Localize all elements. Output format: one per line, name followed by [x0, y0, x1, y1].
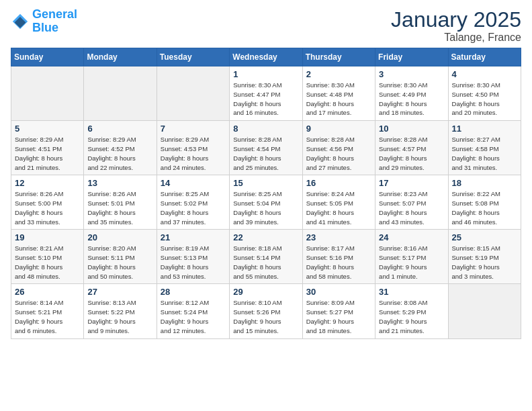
calendar-table: SundayMondayTuesdayWednesdayThursdayFrid… [11, 48, 521, 338]
logo-icon [11, 12, 30, 31]
day-number: 28 [161, 287, 226, 297]
day-info: Sunrise: 8:12 AM Sunset: 5:24 PM Dayligh… [161, 298, 226, 335]
day-number: 11 [452, 124, 517, 134]
day-number: 5 [15, 124, 80, 134]
day-info: Sunrise: 8:08 AM Sunset: 5:29 PM Dayligh… [379, 298, 444, 335]
calendar-cell: 15Sunrise: 8:25 AM Sunset: 5:04 PM Dayli… [230, 175, 302, 230]
calendar-cell: 29Sunrise: 8:10 AM Sunset: 5:26 PM Dayli… [230, 284, 302, 338]
day-number: 29 [233, 287, 298, 297]
day-info: Sunrise: 8:29 AM Sunset: 4:51 PM Dayligh… [15, 135, 80, 172]
calendar-cell: 19Sunrise: 8:21 AM Sunset: 5:10 PM Dayli… [11, 230, 84, 284]
calendar-week-row: 26Sunrise: 8:14 AM Sunset: 5:21 PM Dayli… [11, 284, 521, 338]
calendar-cell: 9Sunrise: 8:28 AM Sunset: 4:56 PM Daylig… [302, 121, 375, 175]
calendar-cell: 5Sunrise: 8:29 AM Sunset: 4:51 PM Daylig… [11, 121, 84, 175]
day-number: 31 [379, 287, 444, 297]
day-info: Sunrise: 8:29 AM Sunset: 4:53 PM Dayligh… [161, 135, 226, 172]
day-info: Sunrise: 8:16 AM Sunset: 5:17 PM Dayligh… [379, 244, 444, 281]
day-info: Sunrise: 8:26 AM Sunset: 5:00 PM Dayligh… [15, 189, 80, 226]
day-number: 16 [306, 178, 371, 188]
calendar-cell: 3Sunrise: 8:30 AM Sunset: 4:49 PM Daylig… [375, 66, 448, 121]
calendar-cell: 18Sunrise: 8:22 AM Sunset: 5:08 PM Dayli… [448, 175, 521, 230]
day-number: 27 [87, 287, 152, 297]
day-info: Sunrise: 8:17 AM Sunset: 5:16 PM Dayligh… [306, 244, 371, 281]
day-header-sunday: Sunday [11, 48, 84, 66]
day-info: Sunrise: 8:22 AM Sunset: 5:08 PM Dayligh… [452, 189, 517, 226]
calendar-subtitle: Talange, France [391, 32, 521, 44]
day-info: Sunrise: 8:14 AM Sunset: 5:21 PM Dayligh… [15, 298, 80, 335]
day-info: Sunrise: 8:30 AM Sunset: 4:49 PM Dayligh… [379, 81, 444, 118]
day-info: Sunrise: 8:28 AM Sunset: 4:54 PM Dayligh… [233, 135, 298, 172]
calendar-week-row: 1Sunrise: 8:30 AM Sunset: 4:47 PM Daylig… [11, 66, 521, 121]
day-info: Sunrise: 8:18 AM Sunset: 5:14 PM Dayligh… [233, 244, 298, 281]
day-number: 23 [306, 232, 371, 242]
day-number: 21 [161, 232, 226, 242]
day-info: Sunrise: 8:23 AM Sunset: 5:07 PM Dayligh… [379, 189, 444, 226]
day-number: 13 [87, 178, 152, 188]
day-info: Sunrise: 8:27 AM Sunset: 4:58 PM Dayligh… [452, 135, 517, 172]
day-info: Sunrise: 8:30 AM Sunset: 4:47 PM Dayligh… [233, 81, 298, 118]
day-info: Sunrise: 8:13 AM Sunset: 5:22 PM Dayligh… [87, 298, 152, 335]
calendar-cell [448, 284, 521, 338]
day-info: Sunrise: 8:28 AM Sunset: 4:56 PM Dayligh… [306, 135, 371, 172]
day-number: 24 [379, 232, 444, 242]
day-header-saturday: Saturday [448, 48, 521, 66]
day-number: 3 [379, 69, 444, 79]
day-info: Sunrise: 8:21 AM Sunset: 5:10 PM Dayligh… [15, 244, 80, 281]
calendar-title: January 2025 [391, 8, 521, 32]
day-number: 15 [233, 178, 298, 188]
day-info: Sunrise: 8:09 AM Sunset: 5:27 PM Dayligh… [306, 298, 371, 335]
calendar-cell: 17Sunrise: 8:23 AM Sunset: 5:07 PM Dayli… [375, 175, 448, 230]
calendar-cell: 7Sunrise: 8:29 AM Sunset: 4:53 PM Daylig… [157, 121, 229, 175]
calendar-cell: 11Sunrise: 8:27 AM Sunset: 4:58 PM Dayli… [448, 121, 521, 175]
calendar-cell [84, 66, 157, 121]
calendar-cell: 20Sunrise: 8:20 AM Sunset: 5:11 PM Dayli… [84, 230, 157, 284]
calendar-cell: 30Sunrise: 8:09 AM Sunset: 5:27 PM Dayli… [302, 284, 375, 338]
page: General Blue January 2025 Talange, Franc… [0, 0, 532, 411]
calendar-cell: 1Sunrise: 8:30 AM Sunset: 4:47 PM Daylig… [230, 66, 302, 121]
calendar-cell: 27Sunrise: 8:13 AM Sunset: 5:22 PM Dayli… [84, 284, 157, 338]
logo-text: General Blue [32, 8, 77, 35]
day-number: 25 [452, 232, 517, 242]
calendar-cell: 25Sunrise: 8:15 AM Sunset: 5:19 PM Dayli… [448, 230, 521, 284]
calendar-cell: 14Sunrise: 8:25 AM Sunset: 5:02 PM Dayli… [157, 175, 229, 230]
day-number: 1 [233, 69, 298, 79]
calendar-cell: 22Sunrise: 8:18 AM Sunset: 5:14 PM Dayli… [230, 230, 302, 284]
calendar-cell: 12Sunrise: 8:26 AM Sunset: 5:00 PM Dayli… [11, 175, 84, 230]
calendar-cell: 13Sunrise: 8:26 AM Sunset: 5:01 PM Dayli… [84, 175, 157, 230]
calendar-cell: 6Sunrise: 8:29 AM Sunset: 4:52 PM Daylig… [84, 121, 157, 175]
calendar-header-row: SundayMondayTuesdayWednesdayThursdayFrid… [11, 48, 521, 66]
day-number: 8 [233, 124, 298, 134]
calendar-cell: 10Sunrise: 8:28 AM Sunset: 4:57 PM Dayli… [375, 121, 448, 175]
day-info: Sunrise: 8:19 AM Sunset: 5:13 PM Dayligh… [161, 244, 226, 281]
day-info: Sunrise: 8:30 AM Sunset: 4:48 PM Dayligh… [306, 81, 371, 118]
calendar-cell: 4Sunrise: 8:30 AM Sunset: 4:50 PM Daylig… [448, 66, 521, 121]
logo-blue: Blue [32, 21, 58, 34]
day-info: Sunrise: 8:29 AM Sunset: 4:52 PM Dayligh… [87, 135, 152, 172]
calendar-cell: 21Sunrise: 8:19 AM Sunset: 5:13 PM Dayli… [157, 230, 229, 284]
day-number: 7 [161, 124, 226, 134]
day-number: 19 [15, 232, 80, 242]
day-number: 20 [87, 232, 152, 242]
day-info: Sunrise: 8:24 AM Sunset: 5:05 PM Dayligh… [306, 189, 371, 226]
day-header-friday: Friday [375, 48, 448, 66]
logo: General Blue [11, 8, 77, 35]
calendar-cell: 24Sunrise: 8:16 AM Sunset: 5:17 PM Dayli… [375, 230, 448, 284]
calendar-cell: 8Sunrise: 8:28 AM Sunset: 4:54 PM Daylig… [230, 121, 302, 175]
day-number: 4 [452, 69, 517, 79]
day-info: Sunrise: 8:20 AM Sunset: 5:11 PM Dayligh… [87, 244, 152, 281]
day-header-thursday: Thursday [302, 48, 375, 66]
calendar-cell: 23Sunrise: 8:17 AM Sunset: 5:16 PM Dayli… [302, 230, 375, 284]
day-info: Sunrise: 8:28 AM Sunset: 4:57 PM Dayligh… [379, 135, 444, 172]
calendar-cell: 28Sunrise: 8:12 AM Sunset: 5:24 PM Dayli… [157, 284, 229, 338]
calendar-cell: 26Sunrise: 8:14 AM Sunset: 5:21 PM Dayli… [11, 284, 84, 338]
day-info: Sunrise: 8:15 AM Sunset: 5:19 PM Dayligh… [452, 244, 517, 281]
day-number: 6 [87, 124, 152, 134]
day-info: Sunrise: 8:10 AM Sunset: 5:26 PM Dayligh… [233, 298, 298, 335]
day-number: 18 [452, 178, 517, 188]
day-info: Sunrise: 8:25 AM Sunset: 5:02 PM Dayligh… [161, 189, 226, 226]
calendar-cell: 2Sunrise: 8:30 AM Sunset: 4:48 PM Daylig… [302, 66, 375, 121]
calendar-week-row: 5Sunrise: 8:29 AM Sunset: 4:51 PM Daylig… [11, 121, 521, 175]
calendar-cell: 31Sunrise: 8:08 AM Sunset: 5:29 PM Dayli… [375, 284, 448, 338]
header: General Blue January 2025 Talange, Franc… [11, 8, 521, 44]
day-header-tuesday: Tuesday [157, 48, 229, 66]
